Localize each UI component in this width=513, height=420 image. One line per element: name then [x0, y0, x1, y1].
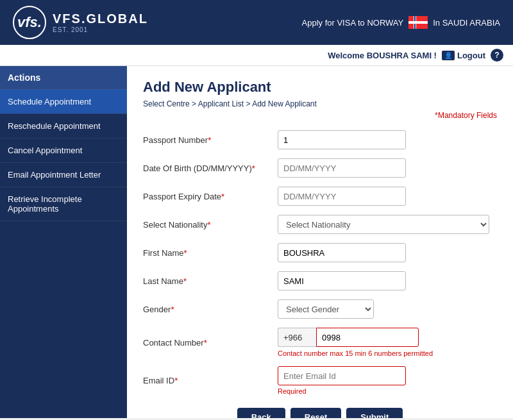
email-input[interactable] [278, 366, 406, 385]
logout-icon: 👤 [442, 51, 455, 60]
logo-text: vfs. [17, 14, 42, 31]
logo-area: vfs. VFS.GLOBAL EST. 2001 [13, 6, 148, 39]
breadcrumb-sep-1: > [192, 99, 198, 108]
sidebar-item-retrieve-label: Retrieve Incomplete Appointments [8, 194, 82, 214]
main-layout: Actions Schedule Appointment Reschedule … [0, 66, 513, 418]
email-error-msg: Required [278, 387, 406, 395]
passport-label: Passport Number* [143, 135, 278, 145]
contact-required: * [204, 338, 207, 348]
passport-expiry-required: * [221, 192, 224, 201]
sidebar-item-reschedule-label: Reschedule Appointment [8, 121, 101, 131]
firstname-row: First Name* [143, 243, 497, 262]
breadcrumb-sep-2: > [246, 99, 252, 108]
sidebar-item-cancel-label: Cancel Appointment [8, 146, 82, 155]
submit-button[interactable]: Submit [346, 408, 403, 418]
norway-flag [408, 16, 428, 29]
reset-button[interactable]: Reset [290, 408, 341, 418]
nationality-select-wrap: Select Nationality [278, 215, 489, 234]
add-applicant-form: Passport Number* Date Of Birth (DD/MM/YY… [143, 130, 497, 418]
email-row: Email ID* Required [143, 366, 497, 395]
nationality-select[interactable]: Select Nationality [278, 215, 489, 234]
header-right: Apply for VISA to NORWAY In SAUDI ARABIA [302, 16, 500, 29]
sidebar: Actions Schedule Appointment Reschedule … [0, 66, 127, 418]
help-label: ? [494, 51, 499, 60]
brand-name: VFS.GLOBAL [53, 12, 148, 26]
gender-row: Gender* Select Gender [143, 299, 497, 319]
email-input-wrap: Required [278, 366, 406, 395]
lastname-row: Last Name* [143, 271, 497, 290]
sidebar-actions-header: Actions [0, 66, 127, 90]
lastname-input[interactable] [278, 271, 406, 290]
dob-required: * [252, 164, 255, 173]
contact-input-wrap: Contact number max 15 min 6 numbers perm… [278, 328, 433, 357]
dob-input[interactable] [278, 158, 406, 178]
nationality-row: Select Nationality* Select Nationality [143, 215, 497, 234]
sidebar-item-email-label: Email Appointment Letter [8, 170, 101, 180]
gender-select-wrap: Select Gender [278, 299, 374, 319]
nationality-required: * [207, 220, 210, 230]
page-title: Add New Applicant [143, 79, 497, 96]
lastname-required: * [183, 276, 187, 286]
email-label: Email ID* [143, 376, 278, 385]
sidebar-item-schedule[interactable]: Schedule Appointment [0, 90, 127, 114]
brand-sub: EST. 2001 [53, 26, 148, 33]
logo-circle: vfs. [13, 6, 46, 39]
welcome-text: Welcome BOUSHRA SAMI ! [328, 51, 437, 60]
passport-expiry-label: Passport Expiry Date* [143, 192, 278, 201]
sidebar-item-retrieve[interactable]: Retrieve Incomplete Appointments [0, 187, 127, 221]
breadcrumb-2: Applicant List [198, 99, 244, 108]
mandatory-note: *Mandatory Fields [143, 111, 497, 120]
gender-select[interactable]: Select Gender [278, 299, 374, 319]
passport-expiry-row: Passport Expiry Date* [143, 187, 497, 206]
content-area: Add New Applicant Select Centre > Applic… [127, 66, 513, 418]
brand-name-area: VFS.GLOBAL EST. 2001 [53, 12, 148, 33]
lastname-label: Last Name* [143, 276, 278, 286]
contact-number-input[interactable] [316, 328, 419, 347]
passport-expiry-input[interactable] [278, 187, 406, 206]
firstname-label: First Name* [143, 248, 278, 258]
gender-required: * [171, 305, 174, 314]
header: vfs. VFS.GLOBAL EST. 2001 Apply for VISA… [0, 0, 513, 45]
firstname-input[interactable] [278, 243, 406, 262]
sidebar-item-email[interactable]: Email Appointment Letter [0, 163, 127, 187]
contact-code-input[interactable] [278, 328, 316, 347]
contact-label: Contact Number* [143, 338, 278, 348]
contact-inputs [278, 328, 419, 347]
flag-icon [408, 16, 428, 29]
welcome-name: Welcome BOUSHRA SAMI ! [328, 51, 437, 60]
nationality-label: Select Nationality* [143, 220, 278, 230]
top-bar: Welcome BOUSHRA SAMI ! 👤 Logout ? [0, 45, 513, 66]
passport-input[interactable] [278, 130, 406, 149]
back-button[interactable]: Back [237, 408, 285, 418]
dob-row: Date Of Birth (DD/MM/YYYY)* [143, 158, 497, 178]
sidebar-item-schedule-label: Schedule Appointment [8, 97, 91, 106]
gender-label: Gender* [143, 305, 278, 314]
form-buttons: Back Reset Submit [143, 408, 497, 418]
breadcrumb-3: Add New Applicant [252, 99, 317, 108]
help-button[interactable]: ? [491, 49, 503, 62]
sidebar-item-cancel[interactable]: Cancel Appointment [0, 139, 127, 163]
dob-label: Date Of Birth (DD/MM/YYYY)* [143, 164, 278, 173]
visa-label: Apply for VISA to NORWAY [302, 18, 404, 28]
logout-button[interactable]: 👤 Logout [442, 51, 485, 60]
country-label: In SAUDI ARABIA [433, 18, 500, 28]
firstname-required: * [184, 248, 187, 258]
breadcrumb: Select Centre > Applicant List > Add New… [143, 99, 497, 108]
passport-row: Passport Number* [143, 130, 497, 149]
contact-error-msg: Contact number max 15 min 6 numbers perm… [278, 349, 433, 357]
email-required: * [174, 376, 178, 385]
sidebar-item-reschedule[interactable]: Reschedule Appointment [0, 114, 127, 139]
passport-required: * [208, 135, 211, 145]
logout-label: Logout [457, 51, 485, 60]
breadcrumb-1: Select Centre [143, 99, 190, 108]
contact-row: Contact Number* Contact number max 15 mi… [143, 328, 497, 357]
